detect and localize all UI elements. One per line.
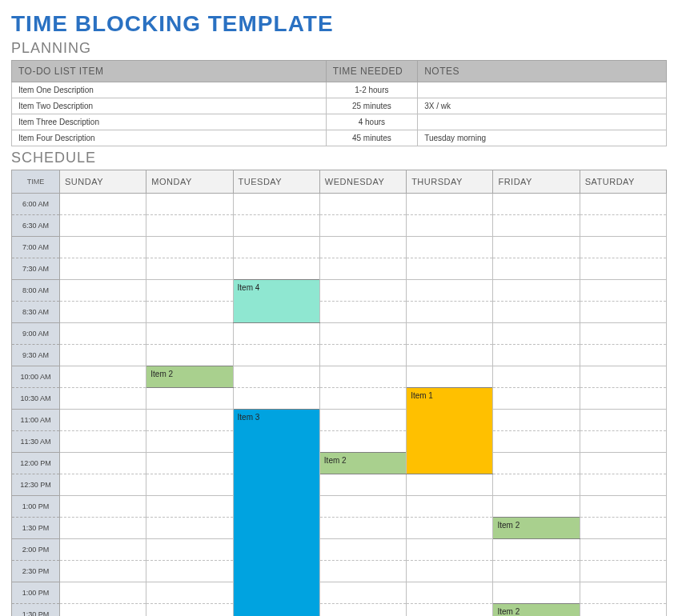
schedule-cell [580,539,666,561]
schedule-row: 8:30 AM [12,302,667,323]
schedule-cell [493,366,580,388]
schedule-block: Item 4 [233,280,319,323]
planning-time: 1-2 hours [326,82,418,98]
schedule-cell [233,194,319,215]
schedule-cell [580,582,666,604]
schedule-cell [60,345,146,366]
schedule-cell [407,561,493,582]
schedule-time-label: 12:00 PM [12,453,60,474]
schedule-cell [493,345,580,366]
schedule-table: TIMESUNDAYMONDAYTUESDAYWEDNESDAYTHURSDAY… [11,170,667,616]
schedule-cell [493,539,580,561]
schedule-cell [60,280,146,302]
schedule-cell [319,431,406,453]
schedule-cell [580,258,666,280]
schedule-cell [60,561,146,582]
schedule-cell [233,323,319,345]
schedule-cell [407,302,493,323]
schedule-time-label: 1:00 PM [12,582,60,604]
schedule-cell [580,237,666,258]
schedule-cell [146,237,233,258]
schedule-cell [493,474,580,496]
schedule-day-header: TUESDAY [233,170,319,194]
schedule-cell [319,323,406,345]
schedule-cell [493,302,580,323]
schedule-cell [60,453,146,474]
schedule-cell [319,194,406,215]
schedule-cell [319,215,406,237]
planning-item: Item Two Description [12,98,327,114]
schedule-cell [319,604,406,617]
schedule-cell [493,561,580,582]
schedule-day-header: FRIDAY [493,170,580,194]
schedule-cell [60,215,146,237]
planning-col-time: TIME NEEDED [326,61,418,82]
schedule-cell [233,388,319,410]
schedule-row: 1:00 PM [12,582,667,604]
schedule-cell [60,388,146,410]
schedule-time-label: 12:30 PM [12,474,60,496]
schedule-row: 1:30 PMItem 2 [12,604,667,617]
schedule-cell [493,237,580,258]
schedule-cell [319,345,406,366]
schedule-cell [580,302,666,323]
schedule-cell [407,604,493,617]
schedule-cell [319,410,406,431]
schedule-cell [60,582,146,604]
planning-notes: Tuesday morning [418,130,667,146]
schedule-cell [580,604,666,617]
schedule-cell [60,539,146,561]
schedule-time-label: 11:00 AM [12,410,60,431]
schedule-cell [407,280,493,302]
schedule-cell [580,474,666,496]
schedule-day-header: THURSDAY [407,170,493,194]
schedule-cell [407,366,493,388]
schedule-time-label: 7:00 AM [12,237,60,258]
schedule-row: 11:00 AMItem 3 [12,410,667,431]
schedule-cell [580,453,666,474]
schedule-day-header: SUNDAY [60,170,146,194]
schedule-day-header: MONDAY [146,170,233,194]
planning-notes [418,82,667,98]
schedule-time-label: 2:30 PM [12,561,60,582]
schedule-cell [407,539,493,561]
schedule-row: 2:30 PM [12,561,667,582]
schedule-time-header: TIME [12,170,60,194]
schedule-day-header: WEDNESDAY [319,170,406,194]
schedule-cell [580,388,666,410]
schedule-cell [493,388,580,410]
schedule-time-label: 8:00 AM [12,280,60,302]
schedule-cell [407,345,493,366]
planning-time: 4 hours [326,114,418,130]
schedule-cell [60,604,146,617]
schedule-cell [580,410,666,431]
schedule-cell [146,388,233,410]
schedule-cell [146,539,233,561]
schedule-cell [60,237,146,258]
schedule-cell [493,194,580,215]
schedule-cell [146,345,233,366]
schedule-cell [493,431,580,453]
planning-time: 45 minutes [326,130,418,146]
schedule-block: Item 2 [146,366,233,388]
schedule-cell [493,582,580,604]
planning-item: Item Four Description [12,130,327,146]
schedule-cell [319,388,406,410]
schedule-cell [319,496,406,518]
schedule-cell [407,496,493,518]
schedule-cell [60,518,146,539]
schedule-cell [319,518,406,539]
table-row: Item One Description1-2 hours [12,82,667,98]
schedule-block: Item 2 [319,453,406,474]
schedule-cell [407,582,493,604]
schedule-time-label: 1:30 PM [12,604,60,617]
schedule-cell [146,280,233,302]
schedule-cell [319,539,406,561]
schedule-cell [233,258,319,280]
schedule-row: 6:30 AM [12,215,667,237]
schedule-row: 11:30 AM [12,431,667,453]
schedule-cell [146,302,233,323]
planning-table: TO-DO LIST ITEM TIME NEEDED NOTES Item O… [11,60,667,146]
schedule-row: 7:00 AM [12,237,667,258]
schedule-cell [580,561,666,582]
